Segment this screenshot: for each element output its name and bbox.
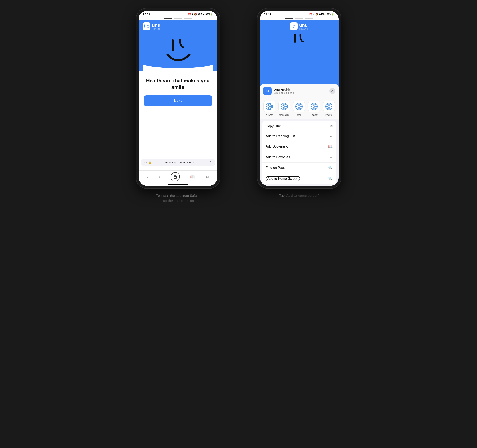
mail-icon-container — [293, 101, 305, 112]
mail-icon — [295, 103, 303, 110]
share-url: app.unuhealth.org — [274, 91, 294, 94]
share-app-airdrop[interactable]: AirDrop — [263, 101, 275, 116]
copy-link-item[interactable]: Copy Link ⧉ — [262, 121, 336, 131]
messages-label: Messages — [279, 114, 289, 116]
left-logo-sub: HEALTH — [152, 28, 161, 30]
url-aa[interactable]: AA — [144, 161, 147, 164]
left-logo-icon: ☺ — [143, 22, 150, 30]
left-headline: Healthcare that makes you smile — [144, 77, 212, 91]
right-phone-inner: 12:12 ⏰ ✦ 🔕 WiFi▲ 38%🔋 ☺ — [260, 11, 339, 186]
left-app-content: Healthcare that makes you smile Next — [139, 71, 217, 159]
mail-label: Mail — [297, 114, 301, 116]
find-on-page-item[interactable]: Find on Page 🔍 — [262, 163, 336, 173]
right-smile-svg — [289, 34, 310, 50]
airdrop-icon — [266, 103, 273, 110]
indicator-dot2 — [174, 18, 182, 19]
left-status-bar: 12:12 ⏰ ✦ 🔕 WiFi▲ 38%🔋 — [139, 11, 217, 17]
indicator-dot3 — [184, 18, 192, 19]
add-reading-list-item[interactable]: Add to Reading List ∞ — [262, 131, 336, 141]
left-phone-frame: 12:12 ⏰ ✦ 🔕 WiFi▲ 38%🔋 — [136, 8, 220, 188]
airdrop-icon-container — [263, 101, 275, 112]
svg-point-31 — [314, 106, 315, 107]
left-top-indicator — [139, 17, 217, 20]
right-indicator-dot2 — [295, 18, 304, 19]
left-wave — [143, 65, 213, 71]
add-favorites-label: Add to Favorites — [266, 155, 290, 159]
left-phone-inner: 12:12 ⏰ ✦ 🔕 WiFi▲ 38%🔋 — [139, 11, 217, 186]
left-bottom-nav: ‹ › 📖 ⧉ — [139, 170, 217, 184]
url-refresh-icon[interactable]: ↻ — [209, 160, 212, 164]
left-home-indicator — [167, 184, 188, 185]
svg-point-23 — [299, 106, 299, 107]
pocket1-label: Pocket — [310, 114, 318, 116]
pocket2-icon — [325, 103, 333, 110]
add-home-screen-label: Add to Home Screen — [266, 176, 300, 181]
url-text[interactable]: https://app.unuhealth.org — [153, 161, 208, 164]
left-logo-text-wrap: unu HEALTH — [152, 23, 161, 30]
left-url-area: AA 🔒 https://app.unuhealth.org ↻ — [139, 159, 217, 170]
pocket2-label: Pocket — [325, 114, 333, 116]
find-on-page-label: Find on Page — [266, 166, 286, 170]
add-bookmark-item[interactable]: Add Bookmark 📖 — [262, 141, 336, 152]
share-app-logo: ☺ — [263, 87, 272, 95]
messages-icon — [280, 103, 288, 110]
left-blue-section: ☺ unu HEALTH — [139, 20, 217, 71]
right-indicator-dot3 — [305, 18, 313, 19]
share-apps-row: AirDrop — [260, 98, 339, 119]
share-button[interactable] — [171, 172, 180, 182]
caption2-prefix: Tap ' — [279, 194, 286, 198]
right-app-logo: ☺ unu HEALTH — [290, 22, 308, 30]
copy-link-label: Copy Link — [266, 124, 281, 128]
right-logo-sub: HEALTH — [299, 28, 308, 30]
copy-link-icon: ⧉ — [330, 124, 333, 128]
share-title-wrap: Unu Health app.unuhealth.org — [274, 88, 294, 94]
left-status-icons: ⏰ ✦ 🔕 WiFi▲ 38%🔋 — [188, 13, 213, 16]
svg-point-39 — [328, 106, 329, 107]
indicator-active — [164, 18, 172, 19]
right-status-bar: 12:12 ⏰ ✦ 🔕 WiFi▲ 38%🔋 — [260, 11, 339, 17]
add-home-screen-icon: 🔍 — [328, 176, 333, 181]
add-bookmark-icon: 📖 — [328, 144, 333, 149]
share-close-button[interactable]: ✕ — [329, 88, 335, 94]
add-home-screen-item[interactable]: Add to Home Screen 🔍 — [262, 173, 336, 184]
airdrop-label: AirDrop — [265, 114, 273, 116]
right-smile-illustration — [289, 32, 310, 50]
share-menu: Copy Link ⧉ Add to Reading List ∞ Add Bo… — [262, 121, 336, 184]
left-phone-section: 12:12 ⏰ ✦ 🔕 WiFi▲ 38%🔋 — [124, 8, 232, 203]
svg-point-15 — [284, 106, 285, 107]
right-caption: Tap 'Add to home screen' — [279, 193, 319, 198]
left-url-bar: AA 🔒 https://app.unuhealth.org ↻ — [141, 159, 215, 166]
forward-icon[interactable]: › — [159, 175, 160, 179]
right-indicator-active — [285, 18, 293, 19]
left-caption: To install the app from Safari, tap the … — [156, 193, 199, 203]
right-phone-section: 12:12 ⏰ ✦ 🔕 WiFi▲ 38%🔋 ☺ — [245, 8, 354, 203]
main-container: 12:12 ⏰ ✦ 🔕 WiFi▲ 38%🔋 — [124, 8, 354, 203]
add-favorites-item[interactable]: Add to Favorites ☆ — [262, 152, 336, 163]
share-app-pocket1[interactable]: Pocket — [308, 101, 320, 116]
smile-svg — [159, 34, 197, 65]
right-status-icons: ⏰ ✦ 🔕 WiFi▲ 38%🔋 — [309, 13, 334, 16]
bookmarks-icon[interactable]: 📖 — [190, 174, 195, 179]
left-smile-illustration — [143, 32, 213, 65]
share-sheet: ☺ Unu Health app.unuhealth.org ✕ — [260, 84, 339, 186]
share-app-mail[interactable]: Mail — [293, 101, 305, 116]
right-logo-icon: ☺ — [290, 22, 298, 30]
share-app-messages[interactable]: Messages — [278, 101, 290, 116]
next-button[interactable]: Next — [144, 95, 212, 106]
messages-icon-container — [278, 101, 290, 112]
right-logo-text-wrap: unu HEALTH — [299, 23, 308, 30]
left-status-time: 12:12 — [143, 12, 150, 16]
share-app-pocket2[interactable]: Pocket — [323, 101, 335, 116]
tabs-icon[interactable]: ⧉ — [206, 175, 209, 179]
right-phone-frame: 12:12 ⏰ ✦ 🔕 WiFi▲ 38%🔋 ☺ — [257, 8, 341, 188]
share-title: Unu Health — [274, 88, 294, 91]
caption2-end: ' — [318, 194, 319, 198]
back-icon[interactable]: ‹ — [147, 175, 149, 179]
add-favorites-icon: ☆ — [329, 155, 333, 159]
url-lock-icon: 🔒 — [149, 161, 151, 164]
find-on-page-icon: 🔍 — [328, 165, 333, 170]
caption2-bold: Add to home screen — [286, 194, 318, 198]
pocket2-icon-container — [323, 101, 335, 112]
add-reading-list-label: Add to Reading List — [266, 134, 295, 138]
pocket1-icon-container — [308, 101, 320, 112]
